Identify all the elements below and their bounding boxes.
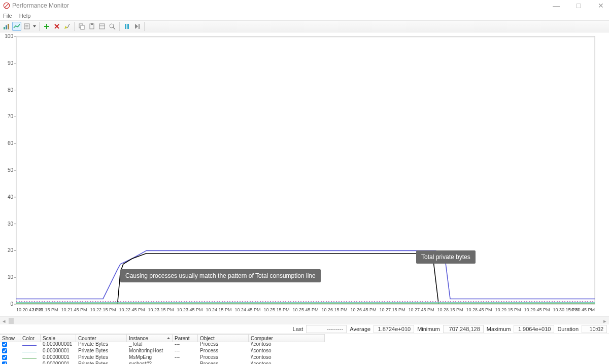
svg-text:10:26:15 PM: 10:26:15 PM: [321, 307, 347, 312]
window-title: Performance Monitor: [12, 2, 69, 9]
col-computer[interactable]: Computer: [249, 334, 325, 342]
stat-min-label: Minimum: [417, 326, 440, 332]
show-checkbox[interactable]: [2, 342, 7, 347]
stat-max-label: Maximum: [487, 326, 511, 332]
title-bar: Performance Monitor — □ ✕: [0, 0, 609, 11]
view-dropdown[interactable]: [32, 25, 37, 27]
menu-help[interactable]: Help: [19, 13, 31, 19]
chart-hscrollbar[interactable]: ◂ ▸: [0, 316, 609, 324]
cell-computer: \\contoso: [249, 348, 325, 353]
scroll-left-icon[interactable]: ◂: [0, 317, 8, 325]
scroll-thumb[interactable]: [9, 318, 14, 324]
update-button[interactable]: [132, 22, 142, 31]
svg-text:70: 70: [8, 114, 14, 119]
menu-bar: File Help: [0, 11, 609, 20]
svg-text:30: 30: [8, 221, 14, 227]
view-counter-button[interactable]: [2, 22, 11, 31]
stat-last-label: Last: [293, 326, 303, 332]
col-show[interactable]: Show: [0, 334, 20, 342]
show-checkbox[interactable]: [2, 355, 7, 360]
svg-text:0: 0: [10, 301, 13, 307]
copy-button[interactable]: [77, 22, 86, 31]
table-row[interactable]: 0.00000001Private BytesMonitoringHost---…: [0, 347, 609, 354]
close-button[interactable]: ✕: [596, 2, 606, 10]
svg-rect-23: [127, 24, 129, 29]
stat-avg-label: Average: [350, 326, 370, 332]
svg-text:10:25:45 PM: 10:25:45 PM: [292, 307, 318, 312]
stat-avg-value: 1.8724e+010: [374, 325, 414, 333]
paste-button[interactable]: [87, 22, 96, 31]
cell-object: Process: [198, 348, 249, 353]
svg-text:100: 100: [5, 33, 13, 39]
show-checkbox[interactable]: [2, 348, 7, 353]
add-counter-button[interactable]: [42, 22, 51, 31]
svg-marker-12: [64, 26, 67, 29]
freeze-button[interactable]: [122, 22, 131, 31]
zoom-button[interactable]: [108, 22, 117, 31]
col-counter[interactable]: Counter: [76, 334, 127, 342]
view-chart-button[interactable]: [12, 22, 21, 31]
col-instance[interactable]: Instance: [127, 334, 173, 342]
svg-text:10:23:15 PM: 10:23:15 PM: [148, 307, 174, 312]
table-row[interactable]: 0.00000001Private Bytessvchost#2---Proce…: [0, 360, 609, 364]
col-parent[interactable]: Parent: [173, 334, 198, 342]
stat-max-value: 1.9064e+010: [514, 325, 554, 333]
highlight-button[interactable]: [62, 22, 72, 31]
cell-parent: ---: [173, 361, 198, 364]
svg-text:10:28:45 PM: 10:28:45 PM: [466, 307, 492, 312]
cell-scale: 0.00000001: [41, 354, 76, 360]
col-object[interactable]: Object: [198, 334, 249, 342]
svg-rect-25: [139, 24, 140, 29]
svg-line-13: [67, 24, 70, 28]
properties-button[interactable]: [97, 22, 107, 31]
svg-text:10:21:45 PM: 10:21:45 PM: [61, 307, 87, 312]
cell-counter: Private Bytes: [76, 361, 127, 364]
col-color[interactable]: Color: [20, 334, 41, 342]
svg-rect-15: [81, 25, 84, 29]
cell-scale: 0.00000001: [41, 361, 76, 364]
svg-rect-4: [8, 24, 9, 29]
table-row[interactable]: 0.00000001Private BytesMsMpEng---Process…: [0, 354, 609, 360]
svg-text:40: 40: [8, 194, 14, 200]
scroll-right-icon[interactable]: ▸: [601, 317, 609, 325]
svg-text:20: 20: [8, 247, 14, 253]
cell-object: Process: [198, 361, 249, 364]
toolbar: [0, 20, 609, 32]
menu-file[interactable]: File: [3, 13, 12, 19]
stat-duration-label: Duration: [557, 326, 579, 332]
chart-area[interactable]: 010203040506070809010010:20:42 PM10:21:1…: [0, 32, 609, 316]
col-scale[interactable]: Scale: [41, 334, 76, 342]
cell-parent: ---: [173, 348, 198, 353]
svg-text:10:25:15 PM: 10:25:15 PM: [263, 307, 289, 312]
svg-rect-26: [16, 37, 595, 304]
svg-text:10: 10: [8, 274, 14, 280]
perfmon-icon: [3, 2, 10, 9]
svg-rect-18: [99, 24, 105, 29]
cell-instance: MonitoringHost: [127, 348, 173, 353]
svg-text:10:26:45 PM: 10:26:45 PM: [350, 307, 376, 312]
svg-text:10:24:15 PM: 10:24:15 PM: [206, 307, 231, 312]
delete-counter-button[interactable]: [52, 22, 61, 31]
svg-marker-24: [135, 24, 138, 29]
stats-bar: Last --------- Average 1.8724e+010 Minim…: [0, 324, 609, 334]
view-report-button[interactable]: [22, 22, 31, 31]
color-swatch: [22, 345, 37, 346]
svg-text:60: 60: [8, 140, 14, 146]
svg-text:10:22:45 PM: 10:22:45 PM: [119, 307, 145, 312]
svg-text:80: 80: [8, 87, 14, 93]
stat-min-value: 707,248,128: [443, 325, 484, 333]
counter-table: Show Color Scale Counter Instance Parent…: [0, 334, 609, 364]
maximize-button[interactable]: □: [573, 2, 584, 10]
svg-rect-17: [91, 23, 93, 25]
show-checkbox[interactable]: [2, 361, 7, 365]
minimize-button[interactable]: —: [551, 2, 561, 10]
svg-text:10:30:45 PM: 10:30:45 PM: [569, 307, 595, 312]
svg-line-21: [113, 27, 115, 29]
stat-duration-value: 10:02: [582, 325, 607, 333]
cell-computer: \\contoso: [249, 361, 325, 364]
cell-object: Process: [198, 354, 249, 360]
cell-instance: MsMpEng: [127, 354, 173, 360]
cell-instance: svchost#2: [127, 361, 173, 364]
svg-text:10:27:45 PM: 10:27:45 PM: [408, 307, 434, 312]
svg-text:50: 50: [8, 167, 14, 173]
